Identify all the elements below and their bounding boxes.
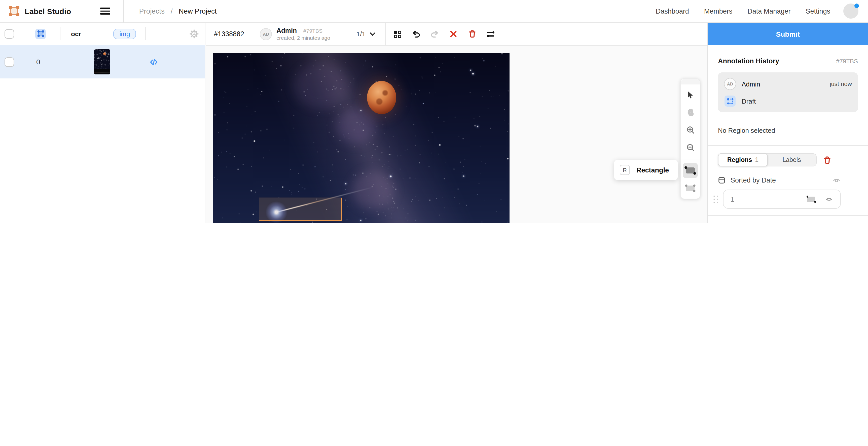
- tooltip-label: Rectangle: [637, 166, 669, 174]
- rectangle-tool-icon: [684, 166, 696, 175]
- blood-moon: [367, 81, 396, 114]
- grid-view-icon[interactable]: [393, 29, 402, 38]
- tab-labels[interactable]: Labels: [767, 154, 816, 166]
- annotation-history-badge: #79TBS: [836, 58, 858, 65]
- pager-value: 1/1: [356, 30, 366, 38]
- history-user-name: Admin: [742, 80, 760, 88]
- tool-column-grip[interactable]: [681, 79, 700, 84]
- gear-icon: [189, 29, 199, 39]
- breadcrumb: Projects / New Project: [139, 7, 217, 15]
- rectangle-tooltip: R Rectangle: [614, 160, 678, 180]
- pointer-tool[interactable]: [683, 87, 698, 102]
- image-tool-column: [680, 78, 700, 199]
- regions-labels-tabs: Regions 1 Labels: [718, 153, 858, 166]
- panel-divider-2: [708, 215, 868, 216]
- sidebar-filter-bar: ocr img: [0, 23, 205, 45]
- task-id: #1338882: [214, 30, 244, 38]
- header-divider: [124, 0, 124, 22]
- zoom-out-icon: [686, 143, 694, 151]
- reject-icon[interactable]: [449, 29, 458, 38]
- task-thumbnail[interactable]: [94, 49, 110, 74]
- sorted-by-label: Sorted by Date: [731, 176, 776, 184]
- thumbnail-light-trail: [94, 72, 110, 72]
- sidebar-settings-button[interactable]: [183, 23, 205, 45]
- annotation-id-badge: #79TBS: [303, 28, 322, 34]
- region-list: 1: [713, 190, 841, 209]
- history-draft-row: Draft: [724, 96, 852, 107]
- toggle-all-visibility[interactable]: [832, 176, 841, 184]
- history-time: just now: [830, 80, 852, 88]
- annotator-name: Admin: [276, 27, 297, 35]
- no-region-text: No Region selected: [718, 127, 858, 134]
- zoom-in-tool[interactable]: [683, 122, 698, 137]
- tab-labels-label: Labels: [782, 157, 801, 163]
- drag-handle[interactable]: [713, 196, 718, 203]
- hand-icon: [686, 108, 694, 116]
- undo-icon[interactable]: [412, 29, 421, 38]
- toolbar-divider: [253, 22, 253, 45]
- chevron-down-icon: [370, 32, 376, 36]
- task-sidebar: ocr img 0: [0, 23, 206, 223]
- trash-icon[interactable]: [468, 29, 477, 38]
- breadcrumb-separator: /: [171, 7, 173, 15]
- eye-icon: [825, 195, 833, 203]
- annotation-history-card[interactable]: AD Admin just now Draft: [718, 72, 858, 112]
- pan-tool[interactable]: [683, 105, 698, 120]
- annotation-history-title: Annotation History: [718, 57, 779, 65]
- filter-divider-2: [145, 27, 146, 40]
- annotation-pager[interactable]: 1/1: [356, 30, 376, 38]
- redo-icon[interactable]: [431, 29, 439, 38]
- submit-button[interactable]: Submit: [708, 23, 868, 45]
- ocr-column-label: ocr: [71, 30, 81, 37]
- sorted-by-row[interactable]: Sorted by Date: [718, 176, 841, 184]
- nav-data-manager[interactable]: Data Manager: [747, 7, 790, 15]
- task-checkbox[interactable]: [4, 57, 14, 67]
- annotation-created-time: created, 2 minutes ago: [276, 35, 330, 41]
- user-avatar[interactable]: [843, 3, 859, 19]
- zoom-out-tool[interactable]: [683, 140, 698, 155]
- region-list-item[interactable]: 1: [723, 190, 841, 209]
- trash-icon: [823, 156, 831, 164]
- task-list-item[interactable]: 0: [0, 45, 205, 78]
- annotation-image[interactable]: [213, 53, 509, 223]
- eye-icon: [832, 176, 841, 184]
- brand-title: Label Studio: [25, 7, 71, 15]
- annotator-info[interactable]: AD Admin #79TBS created, 2 minutes ago: [260, 27, 330, 41]
- tab-regions[interactable]: Regions 1: [718, 153, 768, 166]
- starfield: [213, 53, 509, 223]
- select-all-checkbox[interactable]: [4, 29, 14, 38]
- annotation-toolbar: #1338882 AD Admin #79TBS created, 2 minu…: [206, 23, 707, 46]
- segmented-control: Regions 1 Labels: [718, 153, 817, 166]
- rectangle-region-annotation[interactable]: [259, 198, 342, 221]
- breadcrumb-projects[interactable]: Projects: [139, 7, 165, 15]
- rectangle-3point-tool[interactable]: [683, 180, 698, 196]
- hotkey-badge: R: [620, 165, 630, 175]
- region-visibility-toggle[interactable]: [825, 195, 833, 203]
- code-icon[interactable]: [150, 58, 158, 66]
- regions-filter-toggle[interactable]: [35, 28, 46, 39]
- history-user-row: AD Admin just now: [724, 78, 852, 90]
- annotator-text: Admin #79TBS created, 2 minutes ago: [276, 27, 330, 41]
- panel-divider: [708, 145, 868, 146]
- annotator-avatar: AD: [260, 28, 272, 40]
- sort-group-icon: [718, 176, 725, 184]
- regions-count: 1: [755, 157, 758, 163]
- nav-members[interactable]: Members: [704, 7, 733, 15]
- tool-divider: [680, 159, 700, 160]
- annotation-history-header: Annotation History #79TBS: [718, 57, 858, 65]
- label-studio-logo-icon: [8, 5, 20, 16]
- rectangle-tool[interactable]: [683, 163, 698, 178]
- nav-dashboard[interactable]: Dashboard: [656, 7, 689, 15]
- right-panel: Submit Annotation History #79TBS AD Admi…: [707, 23, 868, 223]
- delete-regions-button[interactable]: [823, 156, 831, 164]
- top-header: Label Studio Projects / New Project Dash…: [0, 0, 868, 23]
- nav-settings[interactable]: Settings: [806, 7, 830, 15]
- img-filter-chip[interactable]: img: [113, 28, 136, 39]
- notification-dot: [855, 3, 859, 8]
- label-studio-app: Label Studio Projects / New Project Dash…: [0, 0, 868, 223]
- task-index: 0: [36, 58, 40, 66]
- hamburger-menu-icon[interactable]: [100, 7, 111, 14]
- region-type-icon: [807, 196, 815, 202]
- top-nav: Dashboard Members Data Manager Settings: [656, 7, 830, 15]
- relations-swap-icon[interactable]: [486, 29, 495, 38]
